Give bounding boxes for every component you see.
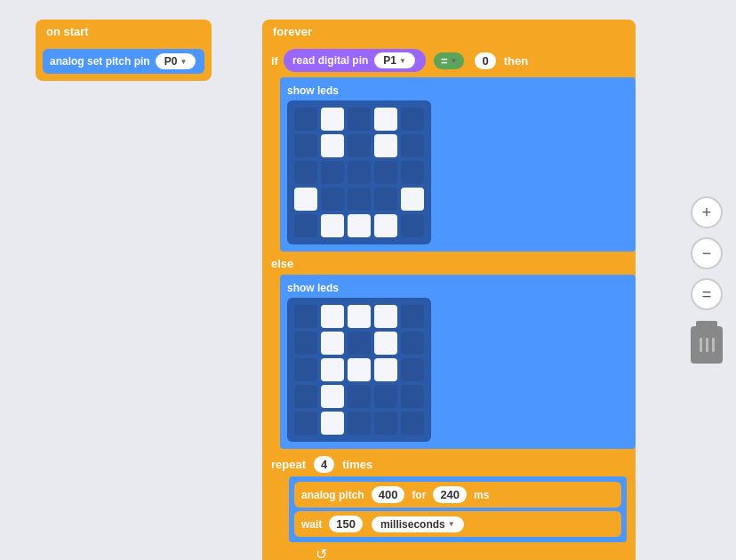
led-cell[interactable]: [374, 161, 397, 184]
led-cell[interactable]: [321, 161, 344, 184]
wait-label: wait: [301, 518, 322, 531]
zoom-in-icon: +: [702, 204, 712, 222]
show-leds-2-block[interactable]: show leds: [287, 282, 431, 442]
led-cell[interactable]: [348, 108, 371, 131]
led-cell[interactable]: [321, 358, 344, 381]
analog-set-pitch-label: analog set pitch pin: [50, 55, 150, 68]
led-cell[interactable]: [401, 134, 424, 157]
led-grid-2: [287, 298, 431, 442]
read-digital-label: read digital pin: [292, 54, 368, 67]
repeat-inner: analog pitch 400 for 240 ms wait 150 mil…: [289, 476, 627, 542]
led-cell[interactable]: [401, 305, 424, 328]
led-cell[interactable]: [401, 188, 424, 211]
dropdown-arrow-icon: ▼: [180, 58, 187, 66]
led-cell[interactable]: [401, 358, 424, 381]
led-cell[interactable]: [348, 385, 371, 408]
for-label: for: [412, 489, 426, 501]
led-cell[interactable]: [321, 134, 344, 157]
on-start-body: analog set pitch pin P0 ▼: [36, 44, 212, 81]
led-cell[interactable]: [294, 305, 317, 328]
led-cell[interactable]: [321, 188, 344, 211]
forever-block: forever if read digital pin P1 ▼ = ▼ 0 t…: [262, 20, 636, 560]
led-cell[interactable]: [374, 332, 397, 355]
led-cell[interactable]: [374, 305, 397, 328]
led-cell[interactable]: [294, 332, 317, 355]
wait-unit-dropdown[interactable]: milliseconds ▼: [372, 516, 464, 532]
repeat-times-value[interactable]: 4: [314, 456, 334, 473]
led-cell[interactable]: [321, 214, 344, 237]
led-cell[interactable]: [321, 332, 344, 355]
zoom-in-button[interactable]: +: [691, 196, 723, 228]
led-cell[interactable]: [348, 161, 371, 184]
zoom-out-icon: −: [702, 244, 712, 263]
led-cell[interactable]: [348, 332, 371, 355]
led-cell[interactable]: [374, 214, 397, 237]
led-cell[interactable]: [401, 412, 424, 435]
repeat-row: repeat 4 times: [271, 452, 627, 476]
led-grid-1: [287, 100, 431, 244]
led-cell[interactable]: [321, 385, 344, 408]
led-cell[interactable]: [294, 188, 317, 211]
led-cell[interactable]: [401, 161, 424, 184]
led-cell[interactable]: [348, 188, 371, 211]
pitch-duration-value[interactable]: 240: [433, 486, 467, 503]
reset-zoom-icon: =: [702, 285, 712, 304]
operator-bubble[interactable]: = ▼: [434, 52, 465, 69]
led-cell[interactable]: [348, 412, 371, 435]
pin-dropdown[interactable]: P0 ▼: [156, 53, 196, 69]
show-leds-2-label: show leds: [287, 282, 431, 294]
zoom-out-button[interactable]: −: [691, 237, 723, 269]
led-cell[interactable]: [401, 332, 424, 355]
on-start-block: on start analog set pitch pin P0 ▼: [36, 20, 212, 81]
analog-set-pitch-block[interactable]: analog set pitch pin P0 ▼: [43, 49, 204, 74]
led-cell[interactable]: [321, 305, 344, 328]
led-cell[interactable]: [348, 214, 371, 237]
trash-icon: [700, 338, 715, 352]
led-cell[interactable]: [374, 412, 397, 435]
led-cell[interactable]: [294, 134, 317, 157]
led-cell[interactable]: [294, 358, 317, 381]
then-label: then: [504, 54, 528, 68]
led-cell[interactable]: [321, 412, 344, 435]
loop-arrow-icon: ↺: [316, 546, 327, 560]
analog-pitch-row[interactable]: analog pitch 400 for 240 ms: [294, 482, 621, 508]
condition-block[interactable]: read digital pin P1 ▼: [284, 49, 426, 72]
if-label: if: [271, 54, 278, 68]
condition-value[interactable]: 0: [475, 52, 495, 69]
pitch-value[interactable]: 400: [372, 486, 405, 503]
led-cell[interactable]: [401, 108, 424, 131]
on-start-header: on start: [36, 20, 212, 44]
led-cell[interactable]: [348, 305, 371, 328]
loop-arrow-row: ↺: [271, 542, 627, 560]
led-cell[interactable]: [294, 108, 317, 131]
wait-duration-value[interactable]: 150: [329, 516, 363, 532]
led-cell[interactable]: [321, 108, 344, 131]
led-cell[interactable]: [374, 108, 397, 131]
led-cell[interactable]: [294, 161, 317, 184]
else-body: show leds: [280, 275, 636, 449]
led-cell[interactable]: [294, 385, 317, 408]
led-cell[interactable]: [374, 385, 397, 408]
ms-label: ms: [474, 489, 489, 501]
on-start-label: on start: [46, 25, 89, 38]
else-label: else: [271, 257, 293, 270]
led-cell[interactable]: [374, 358, 397, 381]
repeat-section: repeat 4 times analog pitch 400 for 240 …: [262, 449, 636, 560]
led-cell[interactable]: [348, 134, 371, 157]
led-cell[interactable]: [348, 358, 371, 381]
led-cell[interactable]: [374, 134, 397, 157]
digital-pin-dropdown[interactable]: P1 ▼: [374, 52, 415, 68]
led-cell[interactable]: [401, 385, 424, 408]
led-cell[interactable]: [401, 214, 424, 237]
toolbar: + − =: [691, 196, 723, 364]
analog-pitch-label: analog pitch: [301, 489, 364, 501]
led-cell[interactable]: [374, 188, 397, 211]
repeat-label: repeat: [271, 458, 306, 471]
led-cell[interactable]: [294, 412, 317, 435]
reset-zoom-button[interactable]: =: [691, 278, 723, 310]
trash-button[interactable]: [691, 326, 723, 364]
forever-header: forever: [262, 20, 636, 44]
show-leds-1-block[interactable]: show leds: [287, 84, 431, 244]
wait-row[interactable]: wait 150 milliseconds ▼: [294, 511, 621, 537]
led-cell[interactable]: [294, 214, 317, 237]
